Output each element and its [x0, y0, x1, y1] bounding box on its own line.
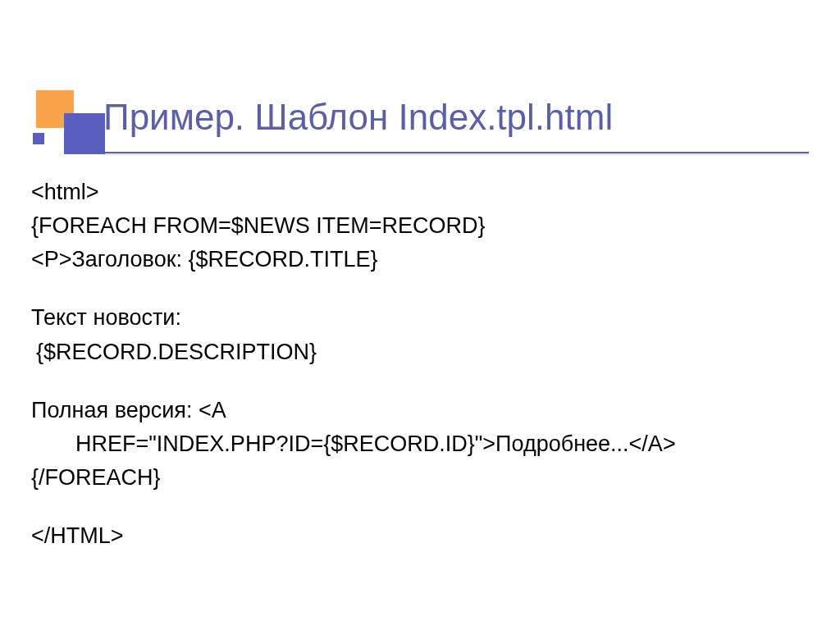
code-line: {FOREACH FROM=$NEWS ITEM=RECORD} [31, 210, 809, 242]
slide: Пример. Шаблон Index.tpl.html <html> {FO… [0, 0, 840, 630]
code-line: Текст новости: [31, 302, 809, 334]
code-line: </HTML> [31, 520, 809, 552]
blank-line [31, 277, 809, 302]
code-line: {$RECORD.DESCRIPTION} [31, 336, 809, 368]
header: Пример. Шаблон Index.tpl.html [0, 0, 840, 156]
title-underline [103, 152, 809, 153]
slide-title: Пример. Шаблон Index.tpl.html [103, 97, 613, 138]
blank-line [31, 495, 809, 520]
blank-line [31, 370, 809, 395]
code-line: <P>Заголовок: {$RECORD.TITLE} [31, 244, 809, 276]
slide-body: <html> {FOREACH FROM=$NEWS ITEM=RECORD} … [31, 176, 809, 554]
code-line: HREF="INDEX.PHP?ID={$RECORD.ID}">Подробн… [31, 428, 809, 460]
decor-square-blue-small [33, 133, 44, 144]
decor-square-blue-large [64, 113, 105, 154]
code-line: {/FOREACH} [31, 462, 809, 494]
code-line: <html> [31, 176, 809, 208]
code-line: Полная версия: <A [31, 395, 809, 427]
